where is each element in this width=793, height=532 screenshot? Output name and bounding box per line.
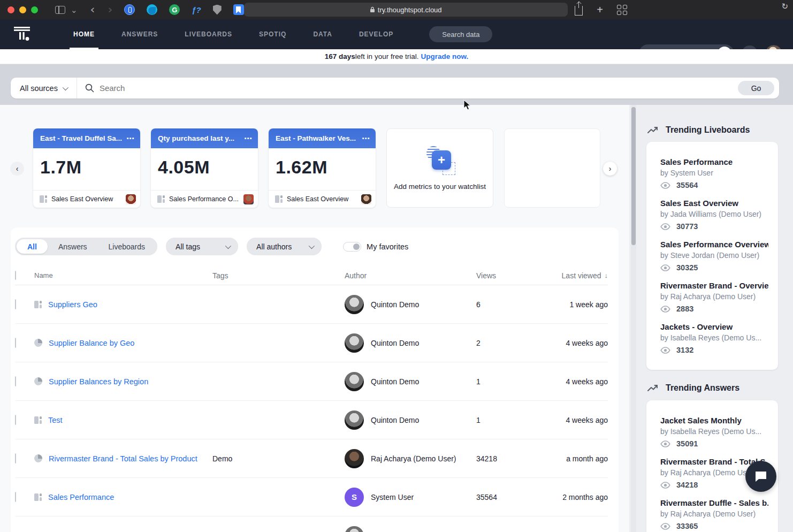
watchlist-card[interactable]: East - Pathwalker Ves...⋯ 1.62M Sales Ea… (269, 128, 376, 208)
liveboard-icon (275, 195, 283, 203)
upgrade-now-link[interactable]: Upgrade now. (421, 52, 468, 60)
carousel-next-button[interactable]: › (603, 162, 617, 176)
column-views[interactable]: Views (476, 271, 542, 280)
back-button[interactable]: ‹ (90, 4, 95, 16)
bookmark-extension-icon[interactable] (233, 4, 244, 15)
trending-item[interactable]: Rivermaster Duffle - Sales b... by Raj A… (660, 498, 768, 530)
sources-dropdown[interactable]: All sources (11, 78, 77, 98)
sidebar-toggle-icon[interactable] (55, 6, 65, 14)
tab-answers[interactable]: Answers (48, 239, 98, 254)
carousel-prev-button[interactable]: ‹ (10, 162, 24, 176)
search-input[interactable] (100, 83, 738, 93)
watchlist-card[interactable]: East - Travel Duffel Sa...⋯ 1.7M Sales E… (33, 128, 140, 208)
column-tags[interactable]: Tags (212, 271, 345, 280)
trending-item-name[interactable]: Jackets - Overview (660, 322, 768, 332)
item-name-link[interactable]: Supplier Balances by Region (49, 377, 148, 386)
my-favorites-toggle[interactable] (343, 242, 361, 252)
table-row[interactable]: Suppliers Geo Quinton Demo 6 1 week ago (15, 285, 608, 324)
watchlist-card-empty[interactable] (504, 128, 600, 208)
kpi-source-link[interactable]: Sales East Overview (51, 195, 121, 203)
table-row[interactable]: Supplier Balance by Geo Quinton Demo 2 4… (15, 324, 608, 362)
item-name-link[interactable]: Sales Performance (48, 493, 114, 501)
nav-tab-data[interactable]: DATA (300, 19, 346, 49)
window-controls[interactable] (7, 6, 38, 13)
zoom-window-button[interactable] (31, 6, 38, 13)
address-bar[interactable]: try.thoughtspot.cloud ↻ (244, 3, 568, 17)
more-menu-icon[interactable]: ⋯ (244, 134, 253, 143)
tab-overview-icon[interactable] (617, 5, 627, 15)
trending-item-name[interactable]: Sales Performance (660, 157, 768, 168)
tags-filter-dropdown[interactable]: All tags (166, 238, 238, 255)
row-checkbox[interactable] (15, 376, 16, 386)
minimize-window-button[interactable] (19, 6, 26, 13)
row-checkbox[interactable] (15, 415, 16, 425)
privacy-shield-extension-icon[interactable] (213, 5, 222, 15)
table-row[interactable]: Rivermaster Brand - Total Sales by Produ… (15, 439, 608, 478)
go-button[interactable]: Go (738, 81, 774, 95)
select-all-checkbox[interactable] (15, 271, 16, 280)
password-manager-extension-icon[interactable] (124, 4, 135, 15)
search-icon (85, 83, 94, 93)
more-menu-icon[interactable]: ⋯ (126, 134, 135, 143)
table-row[interactable]: Test Quinton Demo 1 4 weeks ago (15, 401, 608, 439)
trending-item-author: by Isabella Reyes (Demo Us... (660, 332, 768, 344)
thoughtspot-logo[interactable] (12, 24, 32, 44)
nav-tab-spotiq[interactable]: SPOTIQ (246, 19, 300, 49)
liveboard-icon (34, 493, 42, 501)
watchlist-card[interactable]: Qty purchased last y...⋯ 4.05M Sales Per… (151, 128, 258, 208)
table-row[interactable] (15, 516, 608, 532)
more-menu-icon[interactable]: ⋯ (362, 134, 370, 143)
row-checkbox[interactable] (15, 453, 16, 463)
row-checkbox[interactable] (15, 338, 16, 348)
trending-answers-title: Trending Answers (647, 383, 739, 393)
trending-item[interactable]: Rivermaster Brand - Overview by Raj Acha… (660, 280, 768, 313)
trending-item[interactable]: Jackets - Overview by Isabella Reyes (De… (660, 322, 768, 354)
close-window-button[interactable] (7, 6, 14, 13)
row-checkbox[interactable] (15, 299, 16, 309)
grammar-extension-icon[interactable]: G (169, 4, 180, 15)
trending-item-name[interactable]: Sales Performance Overview (660, 239, 768, 250)
kpi-source-link[interactable]: Sales East Overview (287, 195, 357, 203)
trending-item[interactable]: Sales East Overview by Jada Williams (De… (660, 198, 768, 231)
trending-item[interactable]: Sales Performance Overview by Steve Jord… (660, 239, 768, 272)
share-icon[interactable] (575, 6, 583, 16)
column-name[interactable]: Name (34, 271, 212, 279)
item-name-link[interactable]: Rivermaster Brand - Total Sales by Produ… (49, 454, 197, 463)
table-row[interactable]: Supplier Balances by Region Quinton Demo… (15, 362, 608, 401)
column-last-viewed[interactable]: Last viewed↓ (542, 271, 608, 280)
kpi-source-link[interactable]: Sales Performance O... (169, 195, 239, 203)
chat-support-button[interactable] (745, 461, 776, 492)
eye-icon (660, 264, 670, 271)
trending-item-name[interactable]: Sales East Overview (660, 198, 768, 209)
nav-tab-answers[interactable]: ANSWERS (108, 19, 171, 49)
trending-liveboards-title: Trending Liveboards (647, 125, 750, 135)
authors-filter-dropdown[interactable]: All authors (247, 238, 322, 255)
results-table: Suppliers Geo Quinton Demo 6 1 week ago … (15, 285, 608, 532)
item-name-link[interactable]: Test (48, 416, 63, 424)
trending-item-author: by Jada Williams (Demo User) (660, 209, 768, 220)
browser-extension-icon[interactable] (147, 4, 157, 15)
scrollbar-thumb[interactable] (631, 107, 636, 245)
trending-item-name[interactable]: Rivermaster Duffle - Sales b... (660, 498, 768, 508)
add-metrics-card[interactable]: + Add metrics to your watchlist (386, 128, 493, 208)
kpi-value: 1.7M (33, 148, 140, 178)
nav-tab-liveboards[interactable]: LIVEBOARDS (171, 19, 246, 49)
chevron-down-icon[interactable]: ⌄ (71, 6, 78, 14)
tab-all[interactable]: All (17, 239, 48, 254)
trending-item-name[interactable]: Jacket Sales Monthly (660, 415, 768, 426)
tab-liveboards[interactable]: Liveboards (98, 239, 156, 254)
trending-item-name[interactable]: Rivermaster Brand - Overview (660, 280, 768, 291)
item-name-link[interactable]: Supplier Balance by Geo (49, 339, 134, 347)
nav-tab-home[interactable]: HOME (60, 19, 108, 49)
nav-tab-develop[interactable]: DEVELOP (346, 19, 407, 49)
math-extension-icon[interactable]: ƒ? (192, 5, 201, 14)
item-name-link[interactable]: Suppliers Geo (48, 300, 97, 309)
table-row[interactable]: Sales Performance SSystem User 35564 2 m… (15, 478, 608, 516)
trending-item[interactable]: Sales Performance by System User 35564 (660, 157, 768, 189)
trending-item[interactable]: Jacket Sales Monthly by Isabella Reyes (… (660, 415, 768, 448)
row-checkbox[interactable] (15, 492, 16, 502)
answer-icon (34, 377, 42, 385)
search-data-button[interactable]: Search data (429, 26, 492, 42)
column-author[interactable]: Author (345, 271, 476, 280)
new-tab-button[interactable]: + (597, 4, 603, 15)
